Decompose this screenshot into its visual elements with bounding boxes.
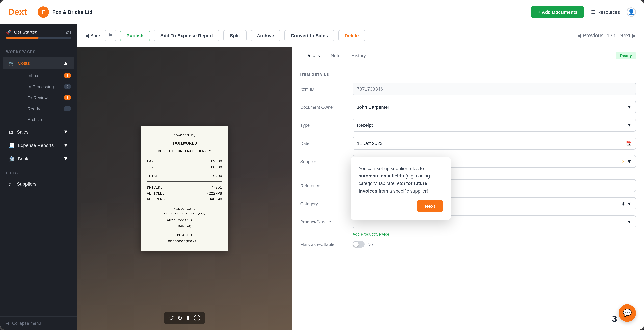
type-label: Type: [300, 123, 347, 128]
receipt-vehicle-row: VEHICLE: N222MPB: [147, 191, 222, 196]
resources-icon: ☰: [591, 9, 595, 14]
receipt-contact-us: CONTACT US: [147, 232, 222, 238]
rotate-left-button[interactable]: ↺: [169, 314, 174, 322]
add-product-service-link[interactable]: Add Product/Service: [352, 232, 389, 236]
category-icon-1: ⊕: [622, 201, 626, 206]
type-select[interactable]: Receipt ▼: [352, 119, 636, 132]
pagination-controls: ◀ Previous 1 / 1 Next ▶: [577, 32, 636, 38]
split-button[interactable]: Split: [224, 30, 246, 41]
chevron-down-icon: ▼: [627, 104, 632, 110]
next-button[interactable]: Next ▶: [619, 32, 636, 38]
receipt-website: londoncab@taxi...: [147, 238, 222, 244]
sidebar-item-costs[interactable]: 🛒 Costs ▲: [3, 57, 74, 70]
publish-button[interactable]: Publish: [120, 30, 150, 41]
action-bar: ◀ Back ⚑ Publish Add To Expense Report S…: [77, 24, 644, 47]
progress-fill: [6, 37, 38, 38]
chevron-down-icon: ▼: [627, 159, 632, 164]
receipt-powered-by: powered by: [147, 132, 222, 138]
receipt-divider-3: [147, 181, 222, 182]
in-processing-badge: 0: [64, 84, 71, 89]
get-started-section: 🚀 Get Started 2/4: [0, 24, 77, 44]
to-review-badge: 1: [64, 95, 71, 100]
costs-submenu: Inbox 1 In Processing 0 To Review 1 Read…: [0, 70, 77, 125]
flag-button[interactable]: ⚑: [105, 30, 116, 41]
archive-button[interactable]: Archive: [250, 30, 280, 41]
collapse-icon: ◀: [6, 321, 10, 326]
tab-history[interactable]: History: [346, 47, 371, 64]
get-started-label[interactable]: 🚀 Get Started: [6, 30, 38, 34]
sidebar-item-sales[interactable]: 🗂 Sales ▼: [3, 126, 74, 138]
sales-icon: 🗂: [9, 129, 14, 134]
item-id-label: Item ID: [300, 86, 347, 92]
lists-section-label: LISTS: [0, 166, 77, 178]
calendar-icon: 📅: [626, 140, 632, 146]
type-field-row: Type Receipt ▼: [300, 119, 636, 132]
sidebar-item-suppliers[interactable]: 🏷 Suppliers: [3, 178, 74, 190]
item-id-field-row: Item ID 7371733346: [300, 82, 636, 95]
chat-fab-button[interactable]: 💬: [618, 304, 636, 322]
chevron-down-icon: ▼: [627, 219, 632, 224]
details-content: ITEM DETAILS Item ID 7371733346 Document…: [292, 64, 644, 330]
receipt-display-area: powered by TAXIWORLD RECEIPT FOR TAXI JO…: [77, 47, 292, 330]
top-nav: Dext F Fox & Bricks Ltd + Add Documents …: [0, 0, 644, 24]
receipt-tip-row: TIP £0.00: [147, 165, 222, 170]
resources-link[interactable]: ☰ Resources: [591, 9, 620, 14]
content-area: ◀ Back ⚑ Publish Add To Expense Report S…: [77, 24, 644, 330]
rotate-right-button[interactable]: ↻: [177, 314, 182, 322]
tab-details[interactable]: Details: [300, 47, 325, 64]
company-name: Fox & Bricks Ltd: [52, 9, 92, 15]
rebillable-status: No: [367, 242, 373, 247]
receipt-total-row: TOTAL 9.00: [147, 174, 222, 180]
sidebar-item-bank[interactable]: 🏦 Bank ▼: [3, 152, 74, 165]
rebillable-toggle[interactable]: [352, 241, 364, 248]
inbox-badge: 1: [64, 73, 71, 78]
user-profile-icon[interactable]: 👤: [626, 7, 636, 16]
receipt-subtitle: RECEIPT FOR TAXI JOURNEY: [147, 148, 222, 154]
item-id-input: 7371733346: [352, 82, 636, 95]
add-to-expense-button[interactable]: Add To Expense Report: [154, 30, 219, 41]
receipt-paper: powered by TAXIWORLD RECEIPT FOR TAXI JO…: [141, 126, 228, 251]
sidebar-item-expense-reports[interactable]: 🧾 Expense Reports ▼: [3, 139, 74, 152]
product-service-label: Product/Service: [300, 219, 347, 224]
mark-rebillable-label: Mark as rebillable: [300, 242, 347, 247]
add-documents-button[interactable]: + Add Documents: [531, 6, 584, 18]
receipt-company: TAXIWORLD: [147, 140, 222, 147]
details-panel: Details Note History Ready ITEM DETAILS: [292, 47, 644, 330]
warning-icon: ⚠: [620, 159, 625, 164]
receipt-driver-row: DRIVER: 77251: [147, 185, 222, 191]
flag-icon: ⚑: [108, 32, 113, 38]
tab-note[interactable]: Note: [325, 47, 346, 64]
document-panel-area: powered by TAXIWORLD RECEIPT FOR TAXI JO…: [77, 47, 644, 330]
tooltip-next-button[interactable]: Next: [417, 200, 443, 212]
doc-owner-label: Document Owner: [300, 104, 347, 110]
sidebar-item-archive[interactable]: Archive: [22, 114, 74, 125]
doc-owner-field-row: Document Owner John Carpenter ▼: [300, 101, 636, 114]
fullscreen-button[interactable]: ⛶: [194, 314, 200, 322]
receipt-reference-row: REFERENCE: DAPFWQ: [147, 196, 222, 202]
company-avatar: F: [38, 6, 49, 18]
company-selector[interactable]: F Fox & Bricks Ltd: [38, 6, 92, 18]
sidebar-item-inbox[interactable]: Inbox 1: [22, 70, 74, 81]
sidebar-item-in-processing[interactable]: In Processing 0: [22, 81, 74, 92]
supplier-label: Supplier: [300, 159, 347, 164]
date-label: Date: [300, 141, 347, 146]
convert-to-sales-button[interactable]: Convert to Sales: [284, 30, 334, 41]
status-badge: Ready: [616, 52, 636, 59]
date-input[interactable]: 11 Oct 2023 📅: [352, 137, 636, 150]
ready-badge: 0: [64, 106, 71, 112]
back-button[interactable]: ◀ Back: [85, 33, 100, 38]
sidebar-item-ready[interactable]: Ready 0: [22, 103, 74, 114]
costs-chevron: ▲: [63, 60, 68, 66]
previous-button[interactable]: ◀ Previous: [577, 32, 604, 38]
top-nav-right: + Add Documents ☰ Resources 👤: [531, 6, 636, 18]
tooltip-text: You can set up supplier rules to automat…: [358, 164, 443, 194]
receipt-divider-2: [147, 172, 222, 172]
doc-owner-select[interactable]: John Carpenter ▼: [352, 101, 636, 114]
collapse-menu-button[interactable]: ◀ Collapse menu: [0, 316, 77, 330]
mark-rebillable-field-row: Mark as rebillable No: [300, 241, 636, 248]
suppliers-icon: 🏷: [9, 181, 14, 186]
delete-button[interactable]: Delete: [338, 30, 365, 41]
get-started-count: 2/4: [66, 30, 71, 34]
download-button[interactable]: ⬇: [186, 314, 191, 322]
sidebar-item-to-review[interactable]: To Review 1: [22, 92, 74, 103]
